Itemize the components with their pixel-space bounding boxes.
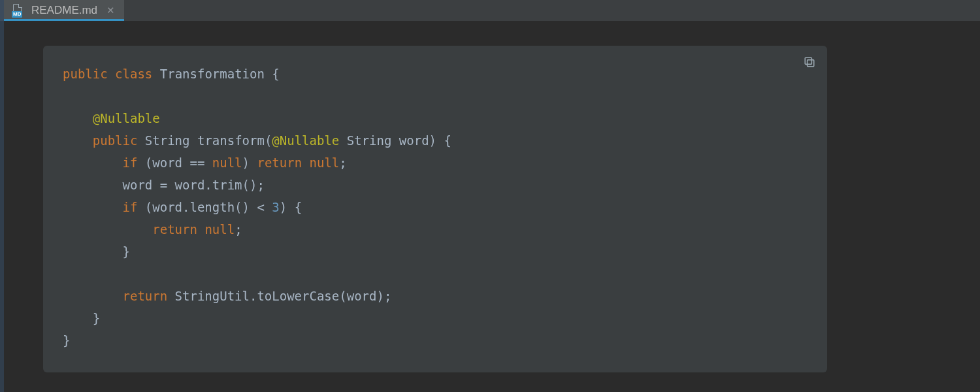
svg-rect-1 xyxy=(805,57,811,64)
close-icon[interactable]: ✕ xyxy=(106,5,115,16)
code-block: public class Transformation { @Nullable … xyxy=(43,46,827,372)
markdown-file-icon: MD xyxy=(12,4,25,17)
copy-icon[interactable] xyxy=(804,56,817,69)
code-content: public class Transformation { @Nullable … xyxy=(63,63,808,351)
editor-window: MD README.md ✕ public class Transformati… xyxy=(0,0,980,392)
tab-readme[interactable]: MD README.md ✕ xyxy=(4,0,124,21)
editor-area[interactable]: public class Transformation { @Nullable … xyxy=(0,21,980,392)
svg-rect-0 xyxy=(808,60,814,67)
tab-bar: MD README.md ✕ xyxy=(0,0,980,21)
tab-label: README.md xyxy=(31,4,97,17)
